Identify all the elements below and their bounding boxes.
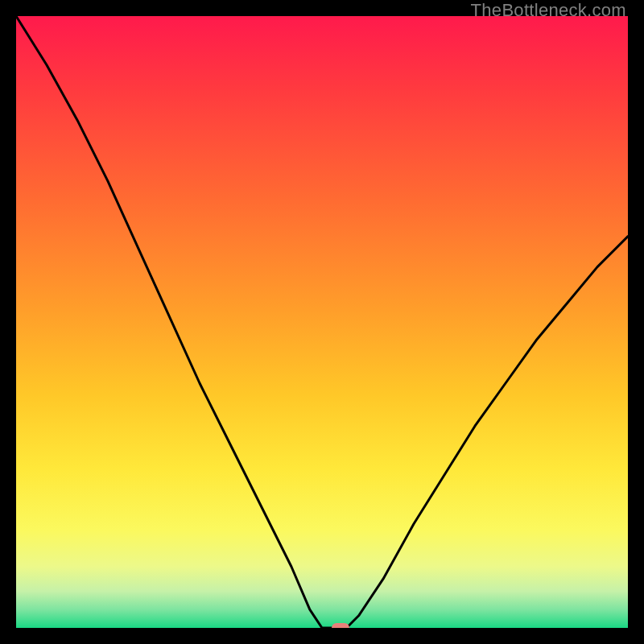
chart-svg xyxy=(16,16,628,628)
watermark-text: TheBottleneck.com xyxy=(471,0,626,21)
optimum-marker xyxy=(332,623,349,628)
gradient-background xyxy=(16,16,628,628)
plot-area xyxy=(16,16,628,628)
